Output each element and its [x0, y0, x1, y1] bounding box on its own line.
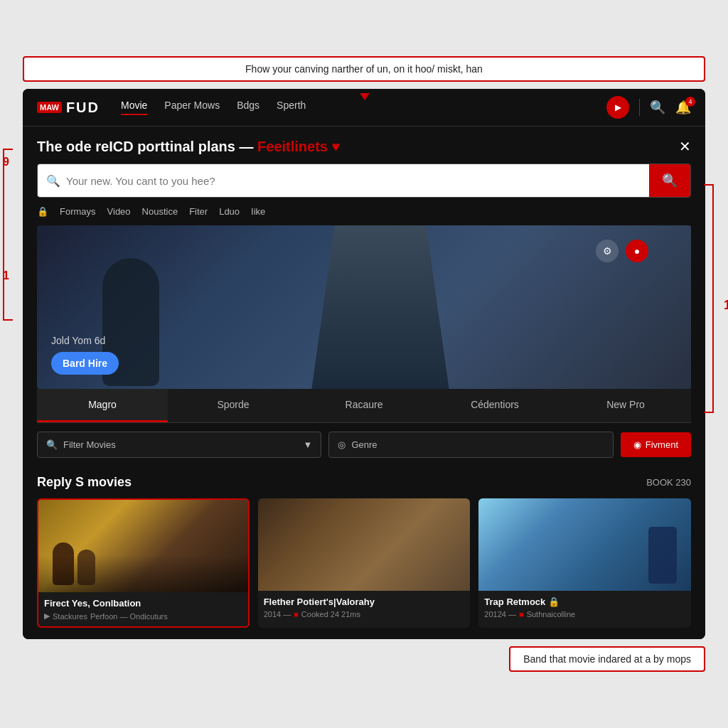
filter-row: 🔍 Filter Movies ▼ ◎ Genre ◉ Fivment — [37, 423, 691, 466]
nav-actions: ▶ 🔍 🔔 4 — [606, 96, 691, 119]
bard-hire-button[interactable]: Bard Hire — [51, 352, 119, 375]
tab-sporde[interactable]: Sporde — [168, 389, 299, 422]
filter-action-icon: ◉ — [633, 439, 641, 450]
right-bracket-bottom — [704, 412, 714, 413]
content-area: The ode reICD porttinal plans — Feeitlin… — [23, 127, 705, 639]
movies-header: Reply S movies BOOK 230 — [37, 475, 691, 490]
hero-overlay-text: Jold Yom 6d — [51, 335, 105, 346]
tab-new-pro[interactable]: New Pro — [560, 389, 691, 422]
category-tabs: Magro Sporde Racaure Cédentiors New Pro — [37, 389, 691, 423]
filter-iike[interactable]: Iike — [251, 206, 265, 217]
movie-thumb-3 — [478, 498, 691, 591]
left-bracket-bottom — [3, 319, 13, 321]
hero-settings-button[interactable]: ⚙ — [596, 240, 619, 262]
right-bracket-line — [712, 184, 714, 412]
filter-action-label: Fivment — [646, 439, 678, 450]
notification-badge: 4 — [685, 97, 695, 107]
movie-title-1: Firect Yes, Conlbation — [44, 598, 242, 609]
annotation-bottom-text: Band that movie indared at a by mops — [523, 653, 691, 665]
movies-section: Reply S movies BOOK 230 — [37, 466, 691, 628]
movie-meta-icon-1: ▶ — [44, 611, 50, 621]
movie-thumb-2 — [258, 498, 471, 591]
hero-section: Jold Yom 6d ⚙ ● Bard Hire — [37, 225, 691, 389]
movie-card-2[interactable]: Flether Potiert's|Valorahy 2014 — ■ Cook… — [258, 498, 471, 628]
left-annotation-9: → 9 — [0, 156, 9, 168]
nav-logo: MAW FUD — [37, 100, 100, 116]
close-button[interactable]: ✕ — [679, 138, 691, 155]
movie-info-3: Trap Retmock 🔒 20124 — ■ Suthnaicolline — [478, 591, 691, 624]
nav-link-bdgs[interactable]: Bdgs — [237, 100, 259, 115]
movie-meta-1: ▶ Stackures Perfoon — Ondicuturs — [44, 611, 242, 621]
genre-circle-icon: ◎ — [338, 439, 346, 450]
filter-movies-select[interactable]: 🔍 Filter Movies ▼ — [37, 432, 321, 458]
genre-label: Genre — [351, 439, 377, 450]
genre-select[interactable]: ◎ Genre — [328, 432, 613, 458]
movie-card-3[interactable]: Trap Retmock 🔒 20124 — ■ Suthnaicolline — [478, 498, 691, 628]
title-row: The ode reICD porttinal plans — Feeitlin… — [37, 138, 691, 155]
annotation-top: Fhow your canving narther of un, on it h… — [23, 56, 705, 82]
left-annotation-1: → 1 — [0, 269, 9, 282]
filter-movies-label: Filter Movies — [63, 439, 116, 450]
nav-link-sperth[interactable]: Sperth — [277, 100, 306, 115]
filter-action-button[interactable]: ◉ Fivment — [621, 432, 691, 457]
user-icon-button[interactable]: 🔔 4 — [675, 100, 691, 115]
tab-cedentiors[interactable]: Cédentiors — [429, 389, 560, 422]
nav-link-papermows[interactable]: Paper Mows — [164, 100, 220, 115]
search-icon-left: 🔍 — [46, 174, 60, 188]
search-icon-button[interactable]: 🔍 — [650, 100, 665, 115]
search-input-wrap: 🔍 — [38, 164, 649, 197]
tab-racaure[interactable]: Racaure — [299, 389, 429, 422]
search-button[interactable]: 🔍 — [649, 164, 690, 197]
left-bracket-top — [3, 149, 13, 150]
logo-text: FUD — [66, 100, 100, 116]
movie-title-2: Flether Potiert's|Valorahy — [264, 596, 465, 607]
movie-meta-icon-2: ■ — [294, 610, 299, 619]
filter-noustice[interactable]: Noustice — [142, 206, 178, 217]
filter-bar: 🔒 Formays Video Noustice Fiter Lduo Iike — [37, 206, 691, 217]
movie-card-1[interactable]: Firect Yes, Conlbation ▶ Stackures Perfo… — [37, 498, 250, 628]
movie-title-3: Trap Retmock 🔒 — [484, 596, 685, 607]
movie-meta-icon-3: ■ — [519, 610, 524, 619]
search-input[interactable] — [66, 175, 641, 187]
annotation-bottom: Band that movie indared at a by mops — [509, 646, 705, 672]
tab-magro[interactable]: Magro — [37, 389, 168, 422]
annotation-top-text: Fhow your canving narther of un, on it h… — [245, 63, 483, 75]
right-annotation-10: 10 — [724, 298, 728, 313]
movie-meta-2: 2014 — ■ Cooked 24 21ms — [264, 610, 465, 619]
nav-link-movie[interactable]: Movie — [121, 100, 147, 115]
filter-search-icon: 🔍 — [46, 439, 58, 450]
filter-lock-icon: 🔒 — [37, 206, 48, 217]
filter-formays[interactable]: Formays — [60, 206, 96, 217]
movie-meta-3: 20124 — ■ Suthnaicolline — [484, 610, 685, 619]
movies-section-title: Reply S movies — [37, 475, 132, 490]
app-window: MAW FUD Movie Paper Mows Bdgs Sperth ▶ 🔍… — [23, 89, 705, 639]
page-title: The ode reICD porttinal plans — Feeitlin… — [37, 139, 340, 155]
play-button[interactable]: ▶ — [606, 96, 629, 119]
filter-video[interactable]: Video — [107, 206, 131, 217]
left-bracket-line — [3, 149, 4, 319]
movie-thumb-1 — [38, 500, 248, 592]
hero-settings: ⚙ ● — [596, 240, 648, 262]
movie-grid: Firect Yes, Conlbation ▶ Stackures Perfo… — [37, 498, 691, 628]
logo-badge: MAW — [37, 102, 62, 113]
filter-chevron-icon: ▼ — [304, 439, 313, 450]
movie-info-1: Firect Yes, Conlbation ▶ Stackures Perfo… — [38, 592, 248, 626]
page-title-sub: Feeitlinets ♥ — [257, 139, 340, 154]
movies-count: BOOK 230 — [646, 477, 691, 488]
nav-links: Movie Paper Mows Bdgs Sperth — [121, 100, 585, 115]
search-container: 🔍 🔍 — [37, 164, 691, 198]
filter-lduo[interactable]: Lduo — [219, 206, 240, 217]
movie-info-2: Flether Potiert's|Valorahy 2014 — ■ Cook… — [258, 591, 471, 624]
right-bracket-top — [704, 184, 714, 186]
filter-fiter[interactable]: Fiter — [189, 206, 208, 217]
hero-record-button[interactable]: ● — [626, 240, 648, 262]
